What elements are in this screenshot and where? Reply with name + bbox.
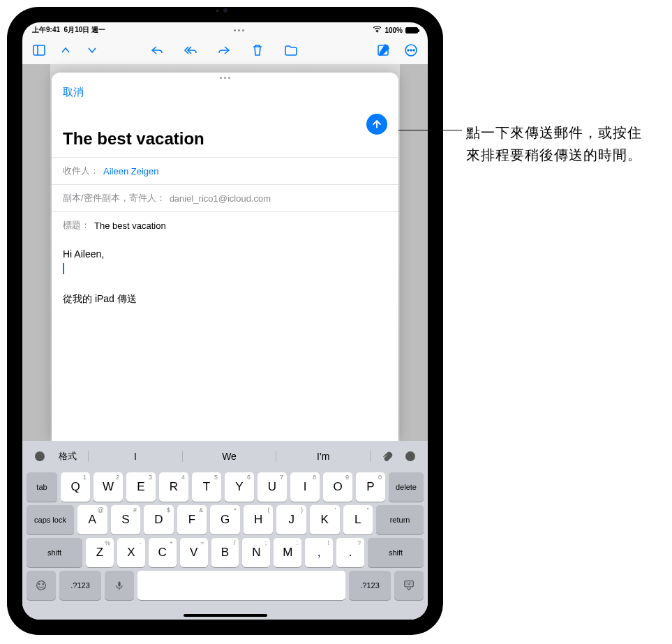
- key-space[interactable]: [137, 571, 345, 600]
- key-k[interactable]: 'K: [310, 505, 340, 534]
- svg-point-9: [38, 454, 38, 455]
- key-delete[interactable]: delete: [389, 472, 424, 502]
- key-p[interactable]: 0P: [356, 472, 385, 502]
- status-center-dots[interactable]: [234, 29, 244, 31]
- key-w[interactable]: 2W: [94, 472, 123, 502]
- callout: 點一下來傳送郵件，或按住來排程要稍後傳送的時間。: [366, 121, 655, 166]
- key-b[interactable]: /B: [211, 538, 239, 567]
- suggestion-1[interactable]: I: [89, 451, 183, 462]
- key-q[interactable]: 1Q: [61, 472, 90, 502]
- key-x[interactable]: -X: [117, 538, 145, 567]
- emoji-globe-icon[interactable]: [29, 447, 50, 466]
- status-left: 上午9:41 6月10日 週一: [32, 25, 105, 35]
- trash-icon[interactable]: [251, 43, 264, 57]
- send-button[interactable]: [366, 114, 387, 135]
- svg-rect-0: [33, 45, 45, 55]
- recipient-token[interactable]: Aileen Zeigen: [103, 166, 159, 177]
- key-comma[interactable]: !,: [305, 538, 333, 567]
- svg-point-4: [408, 50, 409, 51]
- keyboard: 格式 I We I'm tab 1Q 2W 3E 4R 5T: [22, 441, 428, 620]
- reply-all-icon[interactable]: [184, 43, 197, 57]
- key-z[interactable]: %Z: [86, 538, 114, 567]
- kb-row2: caps lock @A #S $D &F *G (H )J 'K "L ret…: [25, 505, 425, 534]
- svg-point-6: [413, 50, 415, 51]
- text-cursor: [63, 263, 64, 274]
- key-return[interactable]: return: [376, 505, 424, 534]
- key-i[interactable]: 8I: [290, 472, 320, 502]
- ipad-screen: 上午9:41 6月10日 週一 100%: [22, 22, 428, 620]
- key-r[interactable]: 4R: [159, 472, 188, 502]
- suggestion-2[interactable]: We: [183, 451, 277, 462]
- format-button[interactable]: 格式: [53, 450, 82, 463]
- key-u[interactable]: 7U: [257, 472, 287, 502]
- svg-point-13: [39, 583, 40, 584]
- svg-point-14: [43, 583, 43, 584]
- key-v[interactable]: =V: [180, 538, 208, 567]
- front-camera: [223, 8, 227, 13]
- attachment-icon[interactable]: [376, 447, 397, 466]
- signature: 從我的 iPad 傳送: [63, 292, 387, 306]
- compose-sheet: 取消 The best vacation 收件人： Aileen Zeigen …: [52, 73, 398, 442]
- to-field[interactable]: 收件人： Aileen Zeigen: [52, 157, 398, 184]
- key-h[interactable]: (H: [244, 505, 274, 534]
- key-dismiss-keyboard[interactable]: [394, 571, 424, 600]
- key-c[interactable]: +C: [149, 538, 177, 567]
- key-y[interactable]: 6Y: [225, 472, 254, 502]
- body-greeting: Hi Aileen,: [63, 247, 387, 262]
- subject-label: 標題：: [63, 219, 90, 232]
- svg-rect-15: [118, 581, 120, 586]
- status-date: 6月10日 週一: [64, 26, 105, 33]
- suggestion-3[interactable]: I'm: [276, 451, 370, 462]
- key-j[interactable]: )J: [276, 505, 306, 534]
- ipad-frame: 上午9:41 6月10日 週一 100%: [7, 7, 443, 635]
- kb-row3: shift %Z -X +C =V /B ;N :M !, ?. shift: [25, 538, 425, 567]
- compose-icon[interactable]: [376, 43, 390, 57]
- status-time: 上午9:41: [32, 26, 60, 33]
- folder-icon[interactable]: [284, 43, 298, 57]
- key-dictation[interactable]: [105, 571, 134, 600]
- key-m[interactable]: :M: [274, 538, 301, 567]
- compose-title: The best vacation: [52, 129, 398, 157]
- key-s[interactable]: #S: [111, 505, 141, 534]
- subject-value: The best vacation: [94, 220, 166, 231]
- key-d[interactable]: $D: [144, 505, 174, 534]
- key-tab[interactable]: tab: [27, 472, 57, 502]
- key-emoji[interactable]: [27, 571, 56, 600]
- kb-row4: .?123 .?123: [25, 571, 425, 600]
- key-shift-right[interactable]: shift: [368, 538, 424, 567]
- key-e[interactable]: 3E: [126, 472, 156, 502]
- key-shift-left[interactable]: shift: [27, 538, 82, 567]
- svg-point-8: [36, 452, 45, 461]
- status-right: 100%: [373, 26, 418, 34]
- battery-icon: [405, 27, 418, 33]
- markup-icon[interactable]: [400, 447, 421, 466]
- key-g[interactable]: *G: [210, 505, 240, 534]
- wifi-icon: [373, 26, 382, 34]
- cancel-button[interactable]: 取消: [63, 83, 84, 99]
- chevron-up-icon[interactable]: [59, 43, 73, 57]
- key-numeric-left[interactable]: .?123: [59, 571, 101, 600]
- cc-field[interactable]: 副本/密件副本，寄件人： daniel_rico1@icloud.com: [52, 184, 398, 211]
- more-icon[interactable]: [404, 43, 418, 57]
- key-capslock[interactable]: caps lock: [27, 505, 74, 534]
- mail-toolbar: [22, 36, 428, 64]
- compose-body[interactable]: Hi Aileen, 從我的 iPad 傳送: [52, 239, 398, 442]
- home-indicator[interactable]: [184, 614, 267, 617]
- subject-field[interactable]: 標題： The best vacation: [52, 211, 398, 239]
- key-period[interactable]: ?.: [336, 538, 364, 567]
- reply-icon[interactable]: [150, 43, 164, 57]
- sheet-grabber[interactable]: [52, 73, 398, 79]
- key-t[interactable]: 5T: [192, 472, 221, 502]
- key-n[interactable]: ;N: [242, 538, 270, 567]
- sidebar-icon[interactable]: [32, 43, 46, 57]
- svg-point-10: [41, 454, 42, 455]
- key-a[interactable]: @A: [77, 505, 107, 534]
- forward-icon[interactable]: [217, 43, 231, 57]
- key-o[interactable]: 9O: [323, 472, 352, 502]
- key-f[interactable]: &F: [177, 505, 207, 534]
- key-l[interactable]: "L: [343, 505, 373, 534]
- keyboard-top-bar: 格式 I We I'm: [25, 444, 425, 469]
- cc-label: 副本/密件副本，寄件人：: [63, 192, 165, 204]
- key-numeric-right[interactable]: .?123: [349, 571, 391, 600]
- svg-point-5: [410, 50, 412, 51]
